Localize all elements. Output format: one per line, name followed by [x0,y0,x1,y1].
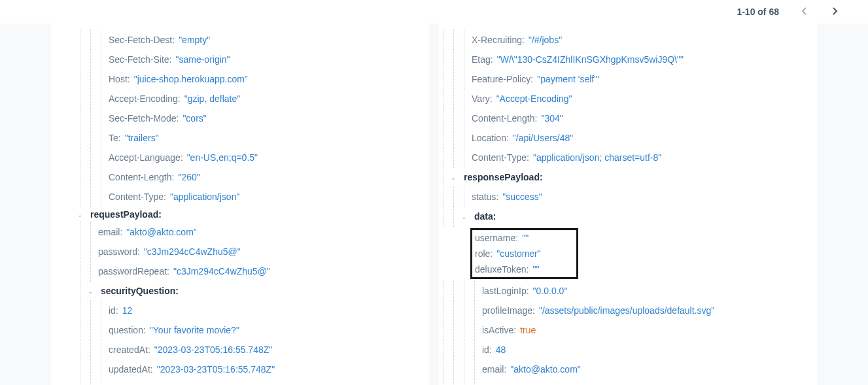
data-row: id:48 [440,340,804,360]
response-header-row: Feature-Policy:"payment 'self'" [440,69,804,89]
security-question-row: createdAt:"2023-03-23T05:16:55.748Z" [77,340,416,360]
field-value: "/assets/public/images/uploads/default.s… [539,305,714,316]
field-key: Location: [472,133,509,143]
field-key: createdAt: [109,344,150,355]
responsepayload-label: responsePayload: [464,172,543,182]
data-row: lastLoginIp:"0.0.0.0" [440,281,804,301]
field-key: Sec-Fetch-Dest: [109,35,175,45]
field-key: passwordRepeat: [98,266,169,276]
field-key: Sec-Fetch-Mode: [109,113,179,124]
field-key: username: [475,233,518,243]
response-header-row: Location:"/api/Users/48" [440,128,804,148]
field-key: Accept-Encoding: [109,93,181,104]
security-question-row: id:12 [77,301,416,320]
response-header-row: X-Recruiting:"/#/jobs" [440,30,804,50]
data-row: profileImage:"/assets/public/images/uplo… [440,301,804,320]
field-key: profileImage: [482,305,535,316]
field-value: "c3Jm294cC4wZhu5@" [173,266,270,276]
toggle-responsepayload[interactable]: ⌄ [451,174,460,181]
data-row: updatedAt:"2023-03-23T08:43:39.334Z" [440,379,804,385]
toggle-data[interactable]: ⌄ [461,213,470,220]
data-row: username:"" [473,230,576,246]
field-value: "empty" [179,35,210,45]
field-value: "" [522,233,529,243]
field-key: id: [109,305,118,316]
field-key: role: [475,248,493,259]
data-row: isActive:true [440,320,804,340]
field-value: "akto@akto.com" [126,227,196,237]
next-page-button[interactable] [829,5,842,18]
response-header-row: Etag:"W/\"130-CsZ4IZhlIKnSGXhgpKmsv5wiJ9… [440,50,804,69]
field-value: true [520,325,536,335]
request-header-row: Content-Type:"application/json" [77,187,416,207]
field-value: "260" [178,172,200,182]
field-key: Feature-Policy: [472,74,533,84]
toggle-requestpayload[interactable]: ⌄ [77,211,86,218]
field-value: "en-US,en;q=0.5" [187,152,258,163]
field-value: "W/\"130-CsZ4IZhlIKnSGXhgpKmsv5wiJ9Q\"" [497,54,684,65]
field-value: "c3Jm294cC4wZhu5@" [144,246,241,257]
request-header-row: Accept-Language:"en-US,en;q=0.5" [77,148,416,167]
field-key: Content-Type: [109,192,166,202]
field-value: "juice-shop.herokuapp.com" [134,74,248,84]
request-payload-row: passwordRepeat:"c3Jm294cC4wZhu5@" [77,261,416,281]
field-value: "application/json" [170,192,239,202]
field-key: Content-Type: [472,152,529,163]
field-key: Etag: [472,54,493,65]
prev-page-button[interactable] [797,5,810,18]
requestpayload-label: requestPayload: [90,209,162,220]
request-payload-row: password:"c3Jm294cC4wZhu5@" [77,242,416,261]
field-key: email: [98,227,122,237]
request-header-row: Te:"trailers" [77,128,416,148]
field-value: "trailers" [125,133,159,143]
request-header-row: Sec-Fetch-Mode:"cors" [77,109,416,128]
field-value: "application/json; charset=utf-8" [533,152,661,163]
field-key: lastLoginIp: [482,286,529,296]
field-value: "payment 'self'" [537,74,599,84]
request-header-row: Sec-Fetch-Site:"same-origin" [77,50,416,69]
toggle-securityquestion[interactable]: ⌄ [88,288,97,295]
pagination-bar: 1-10 of 68 [0,0,868,24]
field-value: "2023-03-23T05:16:55.748Z" [154,344,272,355]
response-header-row: Vary:"Accept-Encoding" [440,89,804,109]
field-value: "same-origin" [175,54,230,65]
field-key: Content-Length: [109,172,174,182]
data-row: deluxeToken:"" [473,261,576,277]
field-key: X-Recruiting: [472,35,525,45]
chevron-left-icon [801,7,807,15]
field-key: password: [98,246,140,257]
field-value: "2023-03-23T05:16:55.748Z" [157,364,275,375]
data-label: data: [474,211,496,222]
field-key: Content-Length: [472,113,537,124]
field-value: "0.0.0.0" [533,286,568,296]
field-key: deluxeToken: [475,264,529,275]
field-key: question: [109,325,146,335]
field-key: isActive: [482,325,516,335]
security-question-row: updatedAt:"2023-03-23T05:16:55.748Z" [77,360,416,379]
pagination-range: 1-10 of 68 [737,7,779,17]
request-header-row: Content-Length:"260" [77,167,416,187]
field-key: Vary: [472,93,493,104]
chevron-right-icon [833,7,838,15]
field-value: 12 [122,305,133,316]
response-panel: X-Recruiting:"/#/jobs"Etag:"W/\"130-CsZ4… [439,24,817,385]
field-value: "Accept-Encoding" [496,93,572,104]
field-value: "akto@akto.com" [510,364,580,375]
request-header-row: Host:"juice-shop.herokuapp.com" [77,69,416,89]
field-key: email: [482,364,506,375]
security-question-row: question:"Your favorite movie?" [77,320,416,340]
response-header-row: Content-Length:"304" [440,109,804,128]
request-panel: Sec-Fetch-Dest:"empty"Sec-Fetch-Site:"sa… [51,24,429,385]
field-value: "cors" [182,113,206,124]
field-value: 48 [496,344,506,355]
request-payload-row: email:"akto@akto.com" [77,222,416,242]
field-value: "customer" [496,248,541,259]
field-value: "Your favorite movie?" [150,325,239,335]
status-value: "success" [502,192,542,202]
field-value: "/#/jobs" [529,35,562,45]
field-key: id: [482,344,492,355]
field-key: Host: [109,74,130,84]
field-value: "" [533,264,540,275]
highlighted-data-box: username:""role:"customer"deluxeToken:"" [470,228,578,279]
securityquestion-label: securityQuestion: [101,286,179,296]
